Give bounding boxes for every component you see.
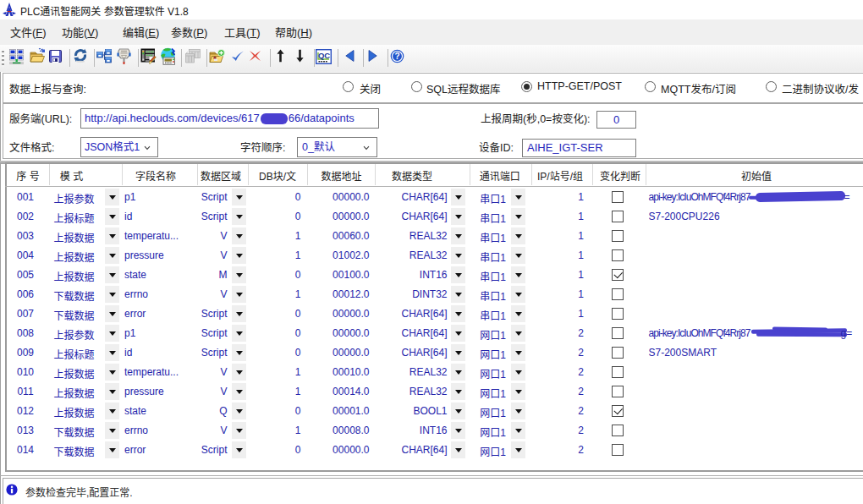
svg-text:?: ?	[394, 52, 399, 61]
svg-text:QC: QC	[318, 51, 330, 60]
